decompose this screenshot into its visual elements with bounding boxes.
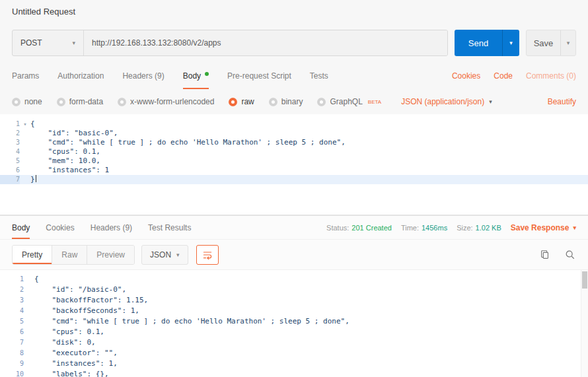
tab-body-label: Body: [183, 71, 201, 81]
tab-params[interactable]: Params: [12, 63, 39, 89]
comments-link[interactable]: Comments (0): [526, 71, 576, 81]
response-language-value: JSON: [150, 250, 171, 259]
code-text: "backoffSeconds": 1,: [34, 306, 139, 316]
code-line: 6 "cpus": 0.1,: [0, 327, 588, 337]
fold-icon[interactable]: [20, 120, 30, 129]
pretty-button[interactable]: Pretty: [13, 246, 52, 264]
code-line: 1 {: [0, 120, 588, 129]
radio-graphql[interactable]: GraphQL BETA: [317, 97, 381, 106]
line-number: 7: [0, 175, 20, 184]
code-line: 2 "id": "basic-0",: [0, 129, 588, 138]
radio-raw[interactable]: raw: [229, 97, 254, 106]
tab-headers[interactable]: Headers (9): [122, 63, 164, 89]
line-number: 5: [0, 316, 24, 327]
tab-body[interactable]: Body: [183, 63, 209, 89]
code-text: "labels": {},: [34, 369, 109, 377]
preview-button[interactable]: Preview: [87, 246, 134, 264]
save-button[interactable]: Save: [526, 30, 560, 56]
radio-form-data[interactable]: form-data: [57, 97, 103, 106]
radio-icon: [269, 98, 277, 106]
line-number: 10: [0, 369, 24, 377]
time-value: 1456ms: [422, 224, 447, 232]
response-tab-headers[interactable]: Headers (9): [91, 216, 132, 239]
radio-none[interactable]: none: [12, 97, 42, 106]
save-response-button[interactable]: Save Response ▾: [511, 223, 576, 232]
wrap-text-button[interactable]: [196, 245, 219, 265]
response-tab-test-results[interactable]: Test Results: [148, 216, 191, 239]
code-text: "id": "basic-0",: [30, 129, 118, 138]
chevron-down-icon: ▾: [176, 252, 180, 258]
code-line: 3 "backoffFactor": 1.15,: [0, 295, 588, 306]
raw-button[interactable]: Raw: [52, 246, 87, 264]
response-tab-body[interactable]: Body: [12, 216, 30, 239]
code-line: 6 "instances": 1: [0, 166, 588, 175]
status-pair: Status: 201 Created: [326, 224, 392, 232]
view-mode-segment: Pretty Raw Preview: [12, 245, 135, 265]
code-text: "executor": "",: [34, 348, 118, 359]
response-body-editor[interactable]: 1 { 2 "id": "/basic-0", 3 "backoffFactor…: [0, 270, 588, 377]
copy-button[interactable]: [539, 249, 551, 261]
code-text: "instances": 1: [30, 166, 109, 175]
response-code-lines: 1 { 2 "id": "/basic-0", 3 "backoffFactor…: [0, 274, 588, 377]
content-type-value: JSON (application/json): [401, 97, 484, 106]
line-number: 8: [0, 348, 24, 359]
beautify-link[interactable]: Beautify: [548, 97, 576, 106]
response-toolbar-right: [539, 249, 576, 261]
request-url-row: POST ▾ Send ▾ Save ▾: [0, 23, 588, 63]
code-line: 1 {: [0, 274, 588, 285]
line-number: 1: [0, 120, 20, 129]
radio-icon: [118, 98, 126, 106]
code-line: 5 "mem": 10.0,: [0, 156, 588, 166]
tab-tests[interactable]: Tests: [310, 63, 328, 89]
beta-badge: BETA: [368, 99, 381, 105]
size-value: 1.02 KB: [476, 224, 501, 232]
send-options-button[interactable]: ▾: [502, 30, 519, 56]
response-tab-cookies[interactable]: Cookies: [46, 216, 74, 239]
code-line: 4 "backoffSeconds": 1,: [0, 306, 588, 316]
cookies-link[interactable]: Cookies: [452, 71, 480, 81]
line-number: 5: [0, 156, 20, 166]
send-button[interactable]: Send: [455, 30, 502, 56]
code-text: "cmd": "while [ true ] ; do echo 'Hello …: [30, 138, 346, 147]
code-line: 5 "cmd": "while [ true ] ; do echo 'Hell…: [0, 316, 588, 327]
tabs-right-links: Cookies Code Comments (0): [452, 63, 576, 89]
tab-prerequest-script[interactable]: Pre-request Script: [227, 63, 291, 89]
code-line: 9 "instances": 1,: [0, 359, 588, 369]
code-text: "disk": 0,: [34, 337, 96, 348]
request-title-bar: Untitled Request: [0, 0, 588, 23]
radio-icon: [12, 98, 20, 106]
request-title: Untitled Request: [12, 7, 75, 17]
line-number: 6: [0, 327, 24, 337]
line-number: 9: [0, 359, 24, 369]
code-text: {: [30, 120, 35, 129]
response-language-select[interactable]: JSON ▾: [141, 245, 188, 265]
radio-binary[interactable]: binary: [269, 97, 303, 106]
body-filled-dot-icon: [205, 72, 209, 76]
scrollbar-thumb[interactable]: [582, 271, 587, 289]
radio-x-www-form-urlencoded[interactable]: x-www-form-urlencoded: [118, 97, 214, 106]
line-number: 6: [0, 166, 20, 175]
save-options-button[interactable]: ▾: [560, 30, 576, 56]
response-scrollbar[interactable]: [581, 270, 588, 377]
code-text: "mem": 10.0,: [30, 156, 100, 166]
body-type-bar: none form-data x-www-form-urlencoded raw…: [0, 89, 588, 114]
search-button[interactable]: [564, 249, 576, 261]
chevron-down-icon: ▾: [573, 224, 576, 231]
line-number: 1: [0, 274, 24, 285]
request-body-editor[interactable]: 1 { 2 "id": "basic-0", 3 "cmd": "while […: [0, 114, 588, 215]
code-line: 7 "disk": 0,: [0, 337, 588, 348]
code-text: "cpus": 0.1,: [30, 147, 100, 156]
send-button-group: Send ▾: [455, 30, 519, 56]
method-value: POST: [20, 38, 42, 48]
tab-authorization[interactable]: Authorization: [57, 63, 104, 89]
method-select[interactable]: POST ▾: [13, 30, 84, 55]
search-icon: [565, 250, 575, 260]
copy-icon: [540, 250, 550, 260]
radio-icon: [317, 98, 326, 106]
code-link[interactable]: Code: [494, 71, 513, 81]
content-type-select[interactable]: JSON (application/json) ▾: [401, 97, 492, 106]
url-input[interactable]: [84, 30, 447, 55]
response-toolbar: Pretty Raw Preview JSON ▾: [0, 240, 588, 270]
code-text: "backoffFactor": 1.15,: [34, 295, 148, 306]
line-number: 7: [0, 337, 24, 348]
